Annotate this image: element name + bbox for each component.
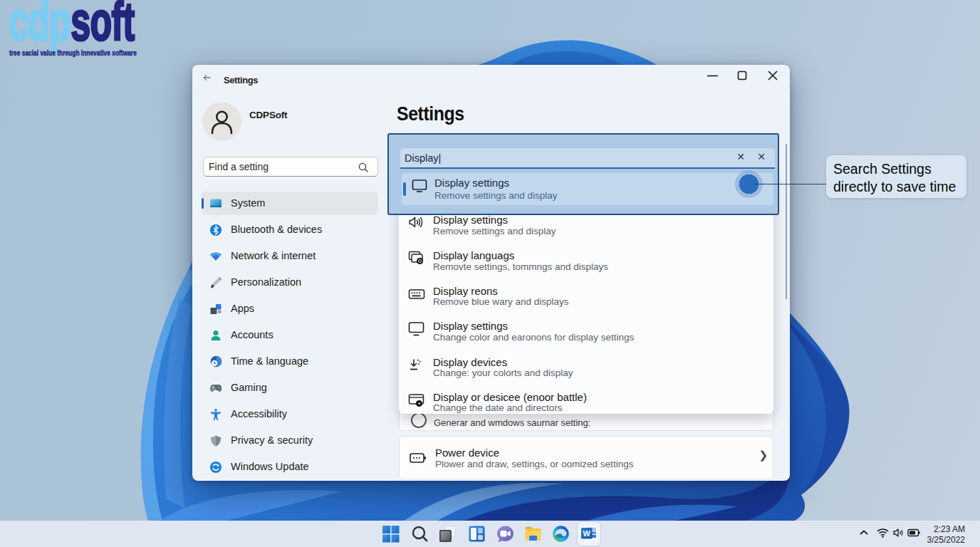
svg-text:W: W [583,529,591,538]
